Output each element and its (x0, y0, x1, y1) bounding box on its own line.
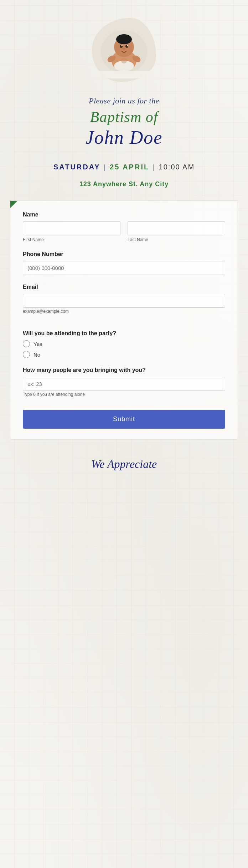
invitation-section: Please join us for the Baptism of John D… (71, 96, 177, 155)
attending-form-group: Will you be attending to the party? Yes … (23, 330, 225, 358)
first-name-input[interactable] (23, 221, 120, 235)
svg-point-10 (123, 48, 125, 50)
event-date: 25 APRIL (110, 163, 149, 171)
location-text: 123 Anywhere St. Any City (79, 180, 169, 188)
svg-point-3 (116, 34, 132, 44)
baptism-of-text: Baptism of (86, 108, 163, 126)
phone-label: Phone Number (23, 251, 225, 257)
svg-point-14 (121, 58, 127, 63)
attending-label: Will you be attending to the party? (23, 330, 225, 337)
attending-radio-group: Yes No (23, 340, 225, 358)
no-label: No (33, 352, 40, 358)
first-name-group: First Name (23, 221, 120, 242)
child-name-text: John Doe (86, 127, 163, 148)
no-radio[interactable] (23, 351, 30, 358)
please-join-text: Please join us for the (86, 96, 163, 106)
svg-rect-15 (95, 71, 153, 78)
phone-form-group: Phone Number (23, 251, 225, 275)
submit-button[interactable]: Submit (23, 410, 225, 429)
phone-input[interactable] (23, 261, 225, 275)
email-hint: example@example.com (23, 309, 69, 314)
first-name-sublabel: First Name (23, 237, 120, 242)
yes-option: Yes (23, 340, 225, 347)
yes-label: Yes (33, 341, 42, 347)
date-section: SATURDAY | 25 APRIL | 10:00 AM (53, 162, 195, 172)
we-appreciate-text: We Appreciate (91, 458, 157, 471)
email-input[interactable] (23, 294, 225, 308)
svg-point-9 (127, 45, 128, 46)
last-name-sublabel: Last Name (128, 237, 225, 242)
guests-label: How many people are you bringing with yo… (23, 367, 225, 373)
event-day: SATURDAY (53, 163, 100, 171)
yes-radio[interactable] (23, 340, 30, 347)
name-fields-row: First Name Last Name (23, 221, 225, 242)
footer-section: We Appreciate (91, 458, 157, 471)
guests-input[interactable] (23, 377, 225, 391)
date-separator-1: | (104, 162, 106, 172)
name-form-group: Name First Name Last Name (23, 211, 225, 242)
location-section: 123 Anywhere St. Any City (79, 180, 169, 188)
form-corner-indicator (10, 201, 17, 208)
name-label: Name (23, 211, 225, 218)
rsvp-form: Name First Name Last Name Phone Number E… (10, 200, 238, 440)
email-form-group: Email example@example.com (23, 284, 225, 314)
guests-hint: Type 0 if you are attending alone (23, 392, 85, 397)
date-separator-2: | (153, 162, 155, 172)
no-option: No (23, 351, 225, 358)
baby-image-blob (92, 18, 156, 82)
last-name-group: Last Name (128, 221, 225, 242)
event-time: 10:00 AM (159, 163, 195, 171)
last-name-input[interactable] (128, 221, 225, 235)
svg-point-8 (122, 45, 123, 46)
guests-form-group: How many people are you bringing with yo… (23, 367, 225, 397)
baby-illustration (95, 21, 153, 78)
email-label: Email (23, 284, 225, 290)
baby-image-section (88, 14, 160, 86)
